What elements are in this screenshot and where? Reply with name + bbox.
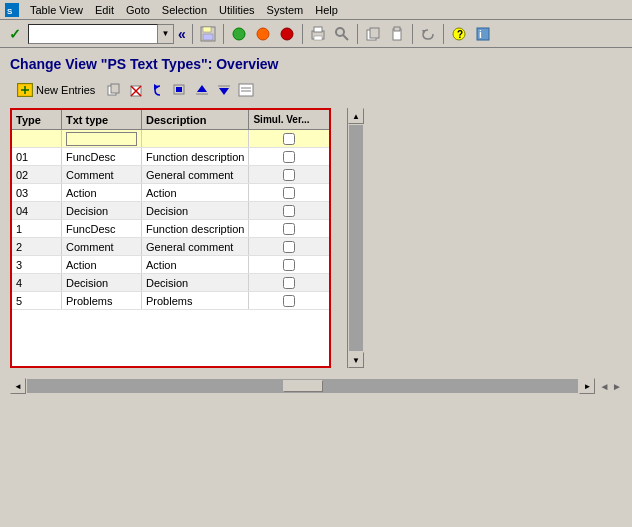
row-3-type: 03 — [12, 184, 62, 201]
svg-rect-3 — [203, 27, 211, 32]
horizontal-scrollbar[interactable]: ◄ ► ◄ ► — [10, 378, 622, 394]
row-6-txt-type: Comment — [62, 238, 142, 255]
row-6-simul-checkbox[interactable] — [283, 241, 295, 253]
row-3-simul[interactable] — [249, 184, 329, 201]
confirm-button[interactable]: ✓ — [4, 23, 26, 45]
scroll-down-btn[interactable]: ▼ — [348, 352, 364, 368]
table-container: Type Txt type Description Simul. Ver... — [10, 108, 331, 368]
undo-button[interactable] — [417, 23, 439, 45]
row-0-simul-checkbox[interactable] — [283, 133, 295, 145]
row-0-txt-type[interactable] — [62, 130, 142, 147]
table-row: 2 Comment General comment — [12, 238, 329, 256]
row-0-simul[interactable] — [249, 130, 329, 147]
row-9-simul[interactable] — [249, 292, 329, 309]
row-1-txt-type: FuncDesc — [62, 148, 142, 165]
svg-rect-26 — [111, 84, 119, 93]
scroll-right-btn[interactable]: ► — [579, 378, 595, 394]
row-8-desc: Decision — [142, 274, 249, 291]
checkmark-icon: ✓ — [9, 26, 21, 42]
new-entries-label: New Entries — [36, 84, 95, 96]
row-9-type: 5 — [12, 292, 62, 309]
undo-rows-btn[interactable] — [148, 80, 168, 100]
row-5-simul[interactable] — [249, 220, 329, 237]
menu-system[interactable]: System — [261, 2, 310, 18]
scroll-up-btn[interactable]: ▲ — [348, 108, 364, 124]
move-up-btn[interactable] — [192, 80, 212, 100]
shortcut-btn-2[interactable] — [252, 23, 274, 45]
row-4-simul-checkbox[interactable] — [283, 205, 295, 217]
details-btn[interactable] — [236, 80, 256, 100]
row-9-simul-checkbox[interactable] — [283, 295, 295, 307]
row-7-desc: Action — [142, 256, 249, 273]
table-header: Type Txt type Description Simul. Ver... — [12, 110, 329, 130]
vertical-scrollbar[interactable]: ▲ ▼ — [347, 108, 363, 368]
find-button[interactable] — [331, 23, 353, 45]
row-7-type: 3 — [12, 256, 62, 273]
row-5-simul-checkbox[interactable] — [283, 223, 295, 235]
row-6-desc: General comment — [142, 238, 249, 255]
row-5-desc: Function description — [142, 220, 249, 237]
row-2-simul[interactable] — [249, 166, 329, 183]
row-8-simul[interactable] — [249, 274, 329, 291]
save-button[interactable] — [197, 23, 219, 45]
svg-point-6 — [257, 28, 269, 40]
command-dropdown-btn[interactable]: ▼ — [158, 24, 174, 44]
nav-prev-btn[interactable]: « — [176, 26, 188, 42]
copy-rows-btn[interactable] — [104, 80, 124, 100]
col-header-txt-type: Txt type — [62, 110, 142, 129]
table-area: Type Txt type Description Simul. Ver... — [10, 108, 622, 368]
menu-goto[interactable]: Goto — [120, 2, 156, 18]
row-1-simul[interactable] — [249, 148, 329, 165]
menu-selection[interactable]: Selection — [156, 2, 213, 18]
settings-button[interactable]: i — [472, 23, 494, 45]
row-4-simul[interactable] — [249, 202, 329, 219]
scroll-thumb-h[interactable] — [283, 380, 323, 392]
row-8-txt-type: Decision — [62, 274, 142, 291]
row-0-txt-type-input[interactable] — [66, 132, 137, 146]
svg-line-12 — [343, 35, 348, 40]
row-4-type: 04 — [12, 202, 62, 219]
toolbar-sep-5 — [412, 24, 413, 44]
svg-rect-14 — [370, 28, 379, 38]
print-button[interactable] — [307, 23, 329, 45]
menu-utilities[interactable]: Utilities — [213, 2, 260, 18]
row-0-desc — [142, 130, 249, 147]
paste-button[interactable] — [386, 23, 408, 45]
menu-help[interactable]: Help — [309, 2, 344, 18]
row-7-simul[interactable] — [249, 256, 329, 273]
row-2-simul-checkbox[interactable] — [283, 169, 295, 181]
row-1-simul-checkbox[interactable] — [283, 151, 295, 163]
copy-button[interactable] — [362, 23, 384, 45]
toolbar-sep-4 — [357, 24, 358, 44]
menu-table-view[interactable]: Table View — [24, 2, 89, 18]
delete-rows-btn[interactable] — [126, 80, 146, 100]
save-icon — [200, 26, 216, 42]
scroll-track-h — [27, 379, 578, 393]
refresh-btn[interactable] — [170, 80, 190, 100]
row-8-simul-checkbox[interactable] — [283, 277, 295, 289]
scroll-left-btn[interactable]: ◄ — [10, 378, 26, 394]
shortcut-btn-3[interactable] — [276, 23, 298, 45]
row-4-desc: Decision — [142, 202, 249, 219]
new-entries-button[interactable]: New Entries — [10, 80, 102, 100]
toolbar-sep-1 — [192, 24, 193, 44]
scroll-track-v — [349, 125, 363, 351]
svg-rect-37 — [239, 84, 253, 96]
command-input[interactable] — [28, 24, 158, 44]
svg-point-11 — [336, 28, 344, 36]
row-1-type: 01 — [12, 148, 62, 165]
move-down-btn[interactable] — [214, 80, 234, 100]
col-header-type: Type — [12, 110, 62, 129]
row-9-txt-type: Problems — [62, 292, 142, 309]
help-button[interactable]: ? — [448, 23, 470, 45]
menu-edit[interactable]: Edit — [89, 2, 120, 18]
svg-marker-34 — [197, 85, 207, 92]
menu-bar: S Table View Edit Goto Selection Utiliti… — [0, 0, 632, 20]
empty-rows — [12, 310, 329, 366]
row-7-simul-checkbox[interactable] — [283, 259, 295, 271]
row-3-simul-checkbox[interactable] — [283, 187, 295, 199]
table-row: 01 FuncDesc Function description — [12, 148, 329, 166]
row-6-simul[interactable] — [249, 238, 329, 255]
shortcut-btn-1[interactable] — [228, 23, 250, 45]
row-3-txt-type: Action — [62, 184, 142, 201]
